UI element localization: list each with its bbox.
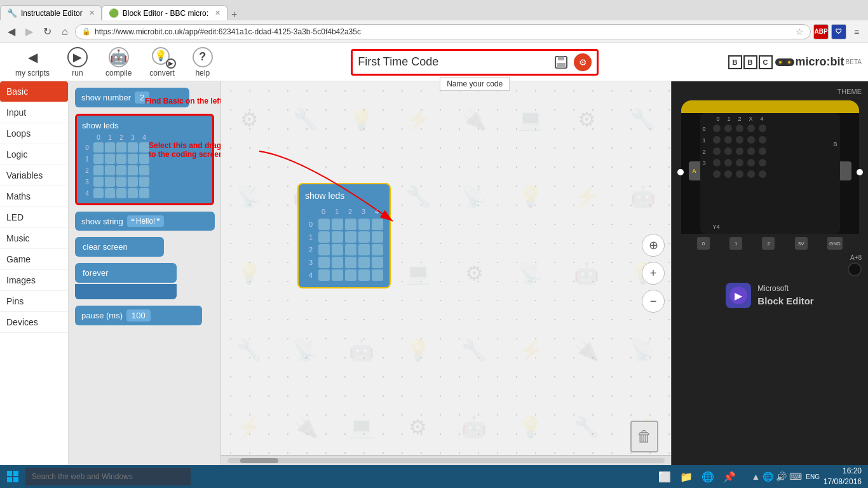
tab-instructable[interactable]: 🔧 Instructable Editor ✕	[0, 5, 102, 20]
lang-label: ENG	[806, 472, 820, 482]
tab-instructable-label: Instructable Editor	[21, 9, 83, 18]
sidebar-item-images[interactable]: Images	[0, 270, 68, 291]
search-input[interactable]	[25, 468, 191, 485]
sys-icons: ▲ 🌐 🔊 ⌨	[751, 471, 802, 482]
home-button[interactable]: ⌂	[57, 24, 72, 39]
pin-0[interactable]: 0	[697, 237, 710, 250]
block-forever-body	[75, 284, 177, 299]
block-show-leds[interactable]: show leds 0 1 2 3 4 0 1	[75, 114, 214, 205]
bottom-scrollbar[interactable]	[221, 455, 671, 465]
sidebar-item-basic[interactable]: Basic	[0, 81, 68, 102]
compile-btn[interactable]: 🤖 compile	[97, 43, 140, 81]
zoom-in-btn[interactable]: +	[642, 262, 665, 285]
shield-ext[interactable]: 🛡	[831, 24, 846, 39]
help-btn[interactable]: ? help	[184, 43, 222, 81]
pin-3v[interactable]: 3V	[795, 237, 808, 250]
notes-btn[interactable]: 📌	[721, 468, 738, 485]
convert-icon-wrap: 💡 ▶	[152, 47, 172, 67]
block-show-string[interactable]: show string ❝ Hello! ❞	[75, 212, 215, 231]
name-tooltip: Name your code	[440, 77, 510, 91]
ms-text: Microsoft Block Editor	[757, 283, 813, 308]
run-btn[interactable]: ▶ run	[58, 43, 97, 81]
address-bar[interactable]: 🔒 https://www.microbit.co.uk/app/#edit:6…	[75, 24, 811, 39]
pin-gnd[interactable]: GND	[827, 237, 843, 250]
extension-icons: ABP 🛡	[813, 24, 846, 39]
device-button-b[interactable]	[840, 161, 851, 180]
sidebar-item-logic[interactable]: Logic	[0, 144, 68, 165]
pause-value[interactable]: 100	[126, 309, 151, 322]
show-string-value[interactable]: ❝ Hello! ❞	[127, 215, 165, 227]
device-screen: 012X4 0123 B	[700, 113, 840, 234]
trash-icon[interactable]: 🗑	[630, 421, 658, 452]
help-label: help	[195, 69, 210, 78]
volume-icon[interactable]: 🔊	[776, 471, 787, 482]
sidebar-item-pins[interactable]: Pins	[0, 291, 68, 312]
new-tab-btn[interactable]: +	[227, 9, 247, 20]
code-name-input[interactable]	[358, 55, 548, 69]
sidebar-item-game[interactable]: Game	[0, 249, 68, 270]
convert-btn[interactable]: 💡 ▶ convert	[140, 43, 183, 81]
refresh-button[interactable]: ↻	[39, 24, 55, 39]
sidebar-item-variables[interactable]: Variables	[0, 165, 68, 186]
back-button[interactable]: ◀	[4, 24, 19, 39]
placed-show-leds-block[interactable]: show leds 0 1 2 3 4 0 1 2	[297, 183, 391, 288]
network-icon[interactable]: 🌐	[763, 471, 773, 482]
adblock-ext[interactable]: ABP	[813, 24, 829, 39]
tab-blockeditor-close[interactable]: ✕	[215, 9, 220, 17]
find-basic-annotation: Find Basic on the left hand panel.	[145, 97, 221, 105]
arrow-up-icon[interactable]: ▲	[751, 471, 760, 482]
chrome-btn[interactable]: 🌐	[699, 468, 717, 485]
device-top-yellow	[681, 100, 859, 113]
taskbar-search[interactable]	[25, 468, 649, 485]
save-btn[interactable]	[552, 53, 570, 71]
ms-icon: ▶	[726, 283, 751, 308]
scrollbar-track[interactable]	[227, 458, 665, 463]
svg-rect-10	[13, 471, 18, 476]
tab-bar: 🔧 Instructable Editor ✕ 🟢 Block Editor -…	[0, 0, 868, 20]
sidebar-item-input[interactable]: Input	[0, 102, 68, 123]
device-y4-label: Y4	[713, 224, 720, 230]
block-forever-wrapper[interactable]: forever	[75, 263, 214, 299]
device-button-a[interactable]: A	[689, 161, 700, 180]
sidebar-item-devices[interactable]: Devices	[0, 312, 68, 333]
forward-button[interactable]: ▶	[22, 24, 37, 39]
main-layout: Basic Input Loops Logic Variables Maths …	[0, 81, 868, 465]
block-forever[interactable]: forever	[75, 263, 177, 283]
sidebar-item-maths[interactable]: Maths	[0, 186, 68, 207]
pin-1[interactable]: 1	[729, 237, 742, 250]
windows-icon	[6, 470, 19, 483]
sidebar-item-loops[interactable]: Loops	[0, 123, 68, 144]
file-explorer-btn[interactable]: 📁	[677, 468, 695, 485]
back-toolbar-btn[interactable]: ◀ my scripts	[6, 43, 58, 81]
svg-rect-11	[7, 477, 12, 482]
settings-btn[interactable]: ⚙	[574, 53, 592, 71]
device-dot-left	[677, 169, 684, 175]
pin-2[interactable]: 2	[762, 237, 775, 250]
scrollbar-thumb[interactable]	[240, 458, 278, 463]
star-icon[interactable]: ☆	[796, 27, 804, 37]
bbc-b2-box: B	[743, 55, 757, 69]
device-col-labels: 012X4	[717, 116, 764, 122]
start-button[interactable]	[0, 465, 25, 488]
name-field-box: ⚙	[351, 49, 599, 76]
svg-point-7	[788, 61, 790, 64]
save-icon	[553, 55, 569, 70]
svg-rect-1	[558, 57, 564, 60]
locate-btn[interactable]: ⊕	[642, 234, 665, 257]
tab-instructable-icon: 🔧	[7, 8, 17, 18]
block-clear-screen[interactable]: clear screen	[75, 237, 164, 257]
sidebar-item-led[interactable]: LED	[0, 207, 68, 228]
microbit-text: micro:bit	[796, 55, 844, 69]
menu-button[interactable]: ≡	[849, 24, 864, 39]
ms-block-editor: ▶ Microsoft Block Editor	[726, 283, 813, 308]
taskview-btn[interactable]: ⬜	[656, 468, 674, 485]
svg-rect-12	[13, 477, 18, 482]
zoom-out-btn[interactable]: −	[642, 290, 665, 313]
tab-blockeditor[interactable]: 🟢 Block Editor - BBC micro: ✕	[102, 5, 227, 20]
keyboard-icon[interactable]: ⌨	[789, 471, 802, 482]
sidebar-item-music[interactable]: Music	[0, 228, 68, 249]
tab-instructable-close[interactable]: ✕	[89, 9, 95, 17]
coding-area[interactable]: ⚙🔧💡⚡🔌💻⚙🔧 📡🤖⚙🔧📡💡⚡🤖 💡⚡🔌💻⚙📡🤖💡 🔧📡🤖💡🔧⚡🔌📡 ⚡🔌💻⚙…	[221, 81, 671, 465]
taskbar-right: ▲ 🌐 🔊 ⌨ ENG 16:20 17/08/2016	[745, 466, 868, 487]
block-pause[interactable]: pause (ms) 100	[75, 306, 202, 325]
